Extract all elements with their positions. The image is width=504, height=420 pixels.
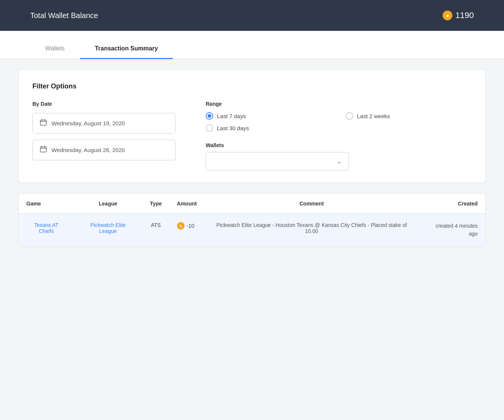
start-date-input[interactable]: Wednesday, August 19, 2020 — [32, 113, 176, 134]
tab-transaction-summary[interactable]: Transaction Summary — [80, 38, 173, 59]
tab-wallets[interactable]: Wallets — [30, 38, 80, 59]
table-row: Texans AT Chiefs Pickwatch Elite League … — [19, 214, 485, 247]
wallets-dropdown[interactable]: ⌄ — [206, 152, 349, 170]
svg-rect-0 — [40, 120, 46, 125]
filter-card: Filter Options By Date Wednesday, August… — [19, 70, 485, 183]
filter-body: By Date Wednesday, August 19, 2020 — [32, 101, 472, 170]
cell-comment: Pickwatch Elite League - Houston Texans … — [204, 214, 419, 247]
chevron-down-icon: ⌄ — [337, 158, 342, 165]
radio-circle-last2w — [346, 112, 353, 120]
cell-league[interactable]: Pickwatch Elite League — [74, 214, 142, 247]
wallet-bar-title: Total Wallet Balance — [30, 11, 98, 20]
filter-title: Filter Options — [32, 82, 472, 90]
filter-right: Range Last 7 days Last 2 weeks — [206, 101, 472, 170]
svg-rect-4 — [40, 147, 46, 152]
start-date-text: Wednesday, August 19, 2020 — [52, 120, 125, 126]
col-comment: Comment — [204, 194, 419, 214]
coin-icon: ● — [443, 11, 452, 20]
wallet-bar: Total Wallet Balance ● 1190 — [0, 0, 504, 31]
radio-circle-last7 — [206, 112, 213, 120]
col-game: Game — [19, 194, 74, 214]
game-link[interactable]: Texans AT Chiefs — [26, 222, 66, 234]
radio-label-last2w: Last 2 weeks — [357, 113, 390, 119]
cell-game[interactable]: Texans AT Chiefs — [19, 214, 74, 247]
league-link[interactable]: Pickwatch Elite League — [81, 222, 135, 234]
end-date-text: Wednesday, August 26, 2020 — [52, 147, 125, 153]
col-league: League — [74, 194, 142, 214]
radio-label-last7: Last 7 days — [217, 113, 246, 119]
balance-amount: 1190 — [455, 11, 474, 20]
amount-cell: ● -10 — [177, 222, 197, 230]
col-type: Type — [142, 194, 170, 214]
by-date-label: By Date — [32, 101, 176, 107]
amount-value: -10 — [187, 223, 194, 229]
col-created: Created — [419, 194, 485, 214]
cell-type: ATS — [142, 214, 170, 247]
calendar-icon-start — [40, 119, 47, 128]
end-date-input[interactable]: Wednesday, August 26, 2020 — [32, 140, 176, 160]
calendar-icon-end — [40, 145, 47, 155]
radio-label-last30: Last 30 days — [217, 125, 249, 131]
col-amount: Amount — [170, 194, 205, 214]
radio-last7[interactable]: Last 7 days — [206, 112, 331, 120]
transaction-table-card: Game League Type Amount Comment — [19, 194, 485, 246]
table-header-row: Game League Type Amount Comment — [19, 194, 485, 214]
radio-group: Last 7 days Last 2 weeks Last 30 days — [206, 112, 472, 132]
amount-coin-icon: ● — [177, 222, 185, 230]
tabs-container: Wallets Transaction Summary — [0, 31, 504, 59]
main-content: Filter Options By Date Wednesday, August… — [0, 70, 504, 246]
cell-amount: ● -10 — [170, 214, 205, 247]
radio-circle-last30 — [206, 124, 213, 132]
wallet-balance: ● 1190 — [443, 11, 474, 20]
transaction-table: Game League Type Amount Comment — [19, 194, 485, 246]
cell-created: created 4 minutes ago — [419, 214, 485, 247]
radio-last2w[interactable]: Last 2 weeks — [346, 112, 472, 120]
wallets-filter-label: Wallets — [206, 142, 472, 148]
filter-left: By Date Wednesday, August 19, 2020 — [32, 101, 176, 166]
radio-last30[interactable]: Last 30 days — [206, 124, 331, 132]
range-label: Range — [206, 101, 472, 107]
